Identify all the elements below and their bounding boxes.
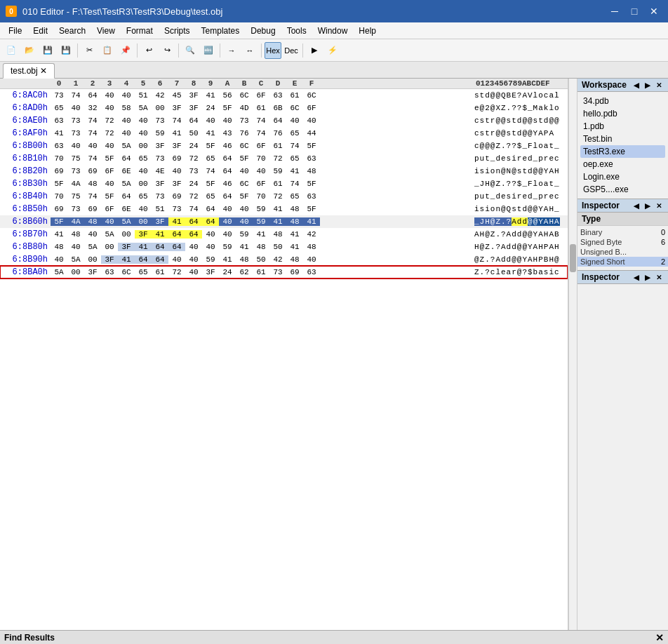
hex-row: 6:8B20h 6973696F6E404E407374644040594148… [0, 165, 568, 177]
app-icon: 0 [6, 6, 17, 17]
addr-header [0, 79, 51, 88]
hex-row: 6:8B10h 7075745F646573697265645F70726563… [0, 152, 568, 165]
hex-editor[interactable]: 0 1 2 3 4 5 6 7 8 9 A B C D E F 0 [0, 79, 568, 630]
workspace-file[interactable]: Login.exe [580, 170, 665, 183]
inspector1-close[interactable]: ✕ [654, 201, 664, 210]
menu-debug[interactable]: Debug [245, 25, 281, 37]
hex-row: 6:8B30h 5F4A48405A003F3F245F466C6F61745F… [0, 177, 568, 190]
workspace-nav: ◀ ▶ ✕ [632, 81, 664, 90]
hex-scrollbar[interactable] [568, 79, 577, 630]
save-all-button[interactable]: 💾 [58, 42, 74, 59]
scroll-track [569, 79, 577, 630]
menu-file[interactable]: File [3, 25, 27, 37]
hex-row: 6:8B90h 405A003F416464404059414850424840… [0, 253, 568, 266]
open-button[interactable]: 📂 [21, 42, 38, 59]
inspector2-nav-right[interactable]: ▶ [643, 273, 653, 282]
inspector1-nav-left[interactable]: ◀ [632, 201, 641, 210]
inspector2-title: Inspector [582, 272, 620, 282]
menu-window[interactable]: Window [312, 25, 354, 37]
scroll-thumb[interactable] [570, 244, 576, 272]
type-row-binary[interactable]: Binary 0 [577, 227, 668, 237]
hex-row: 6:8B00h 634040405A003F3F245F466C6F61745F… [0, 140, 568, 152]
find-button[interactable]: 🔍 [182, 42, 199, 59]
hex-row-highlight: 6:8B60h 5F 4A 48 40 5A 00 3F 41 64 64 40… [0, 215, 568, 228]
menu-edit[interactable]: Edit [27, 25, 53, 37]
paste-button[interactable]: 📌 [117, 42, 134, 59]
inspector2-nav-left[interactable]: ◀ [632, 273, 641, 282]
workspace-close[interactable]: ✕ [654, 81, 664, 90]
title-bar: 0 010 Editor - F:\Test\TestR3\TestR3\Deb… [0, 0, 668, 22]
workspace-nav-left[interactable]: ◀ [632, 81, 641, 90]
workspace-file[interactable]: Test.bin [580, 133, 665, 145]
workspace-title: Workspace [582, 80, 627, 90]
menu-search[interactable]: Search [53, 25, 91, 37]
close-button[interactable]: ✕ [646, 3, 662, 20]
workspace-nav-right[interactable]: ▶ [643, 81, 653, 90]
inspector1-title: Inspector [582, 201, 620, 210]
maximize-button[interactable]: □ [626, 3, 643, 20]
inspector2-close[interactable]: ✕ [654, 273, 664, 282]
menu-tools[interactable]: Tools [281, 25, 312, 37]
hex-button[interactable]: Hex [265, 42, 281, 59]
workspace-file[interactable]: hello.pdb [580, 107, 665, 120]
title-controls: ─ □ ✕ [606, 3, 662, 20]
type-row-unsigned-byte[interactable]: Unsigned B... [577, 247, 668, 257]
workspace-section: Workspace ◀ ▶ ✕ 34.pdb hello.pdb 1.pdb T… [577, 79, 668, 199]
menu-help[interactable]: Help [353, 25, 382, 37]
title-text: 010 Editor - F:\Test\TestR3\TestR3\Debug… [22, 6, 606, 17]
inspector1-nav-right[interactable]: ▶ [643, 201, 653, 210]
hex-row: 6:8AC0h 73746440405142453F41566C6F63616C… [0, 89, 568, 102]
hex-row-outlined: 6:8BA0h 5A003F636C656172403F246261736963… [0, 266, 568, 279]
right-panel: Workspace ◀ ▶ ✕ 34.pdb hello.pdb 1.pdb T… [577, 79, 668, 630]
hex-row: 6:8B70h 4148405A003F41646440405941484142… [0, 228, 568, 241]
workspace-file-active[interactable]: TestR3.exe [580, 145, 665, 158]
find-results-panel-header: Find Results ✕ [0, 631, 668, 644]
menu-scripts[interactable]: Scripts [159, 25, 196, 37]
menu-templates[interactable]: Templates [196, 25, 246, 37]
inspector1-section: Inspector ◀ ▶ ✕ Type Binary 0 [577, 199, 668, 284]
workspace-file[interactable]: oep.exe [580, 158, 665, 170]
ascii-header: 0123456789ABCDEF [473, 79, 568, 88]
workspace-file[interactable]: GSP5....exe [580, 183, 665, 196]
find-results-title: Find Results [4, 633, 55, 643]
cut-button[interactable]: ✂ [81, 42, 98, 59]
toolbar: 📄 📂 💾 💾 ✂ 📋 📌 ↩ ↪ 🔍 🔤 → ↔ Hex Dec ▶ ⚡ [0, 39, 668, 62]
select-button[interactable]: ↔ [241, 42, 258, 59]
save-button[interactable]: 💾 [39, 42, 56, 59]
copy-button[interactable]: 📋 [99, 42, 116, 59]
inspector2-nav: ◀ ▶ ✕ [632, 273, 664, 282]
hex-row: 6:8B40h 7075745F646573697265645F70726563… [0, 190, 568, 203]
inspector1-header: Inspector ◀ ▶ ✕ [577, 199, 668, 213]
inspector1-nav: ◀ ▶ ✕ [632, 201, 664, 210]
bytes-header: 0 1 2 3 4 5 6 7 8 9 A B C D E F [51, 79, 473, 88]
goto-button[interactable]: → [223, 42, 240, 59]
hex-row: 6:8B50h 6973696F6E405173746440405941485F… [0, 203, 568, 215]
menu-view[interactable]: View [91, 25, 121, 37]
redo-button[interactable]: ↪ [159, 42, 175, 59]
hex-row: 6:8AE0h 63737472404073746440407374644040… [0, 114, 568, 127]
replace-button[interactable]: 🔤 [200, 42, 217, 59]
workspace-file[interactable]: 34.pdb [580, 95, 665, 107]
workspace-header: Workspace ◀ ▶ ✕ [577, 79, 668, 92]
minimize-button[interactable]: ─ [606, 3, 623, 20]
tab-test-obj[interactable]: test.obj ✕ [3, 63, 55, 79]
run-script-button[interactable]: ⚡ [324, 42, 341, 59]
main-content: 0 1 2 3 4 5 6 7 8 9 A B C D E F 0 [0, 79, 668, 630]
hex-row: 6:8B80h 48405A003F4164644040594148504148… [0, 241, 568, 253]
hex-row: 6:8AD0h 65403240585A003F3F245F4D616B6C6F… [0, 102, 568, 114]
menu-format[interactable]: Format [121, 25, 159, 37]
run-template-button[interactable]: ▶ [306, 42, 323, 59]
new-button[interactable]: 📄 [3, 42, 20, 59]
type-row-signed-short[interactable]: Signed Short 2 [577, 257, 668, 267]
find-results-close[interactable]: ✕ [655, 632, 664, 643]
tab-bar: test.obj ✕ [0, 62, 668, 79]
type-row-signed-byte[interactable]: Signed Byte 6 [577, 237, 668, 247]
inspector-type-header: Type [577, 213, 668, 226]
hex-rows: 6:8AC0h 73746440405142453F41566C6F63616C… [0, 89, 568, 279]
hex-row: 6:8AF0h 41737472404059415041437674766544… [0, 127, 568, 140]
menu-bar: File Edit Search View Format Scripts Tem… [0, 22, 668, 39]
workspace-file[interactable]: 1.pdb [580, 120, 665, 133]
dec-button[interactable]: Dec [283, 42, 300, 59]
type-col-header: Type [582, 214, 601, 224]
undo-button[interactable]: ↩ [140, 42, 157, 59]
